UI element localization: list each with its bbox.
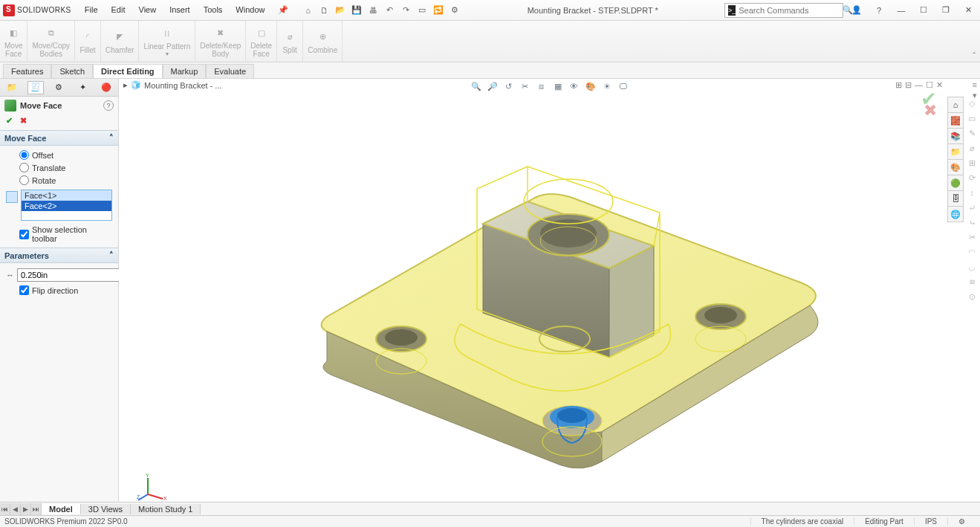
apply-scene-icon[interactable]: ☀: [601, 80, 613, 92]
pm-cancel-button[interactable]: ✖: [20, 116, 27, 126]
display-manager-tab-icon[interactable]: 🔴: [98, 81, 114, 94]
rt-icon[interactable]: ▭: [965, 111, 979, 125]
taskpane-view-palette-icon[interactable]: 🎨: [947, 159, 964, 175]
taskpane-custom-props-icon[interactable]: 🗄: [947, 190, 964, 207]
breadcrumb-text[interactable]: Mounting Bracket - ...: [144, 81, 222, 90]
status-units[interactable]: IPS: [914, 517, 947, 526]
rt-icon[interactable]: ⌀: [965, 141, 979, 155]
previous-view-icon[interactable]: ↺: [503, 80, 515, 92]
select-icon[interactable]: ▭: [416, 4, 428, 16]
ribbon-fillet[interactable]: ◜Fillet: [75, 21, 101, 62]
ribbon-delete-keep-body[interactable]: ✖Delete/Keep Body: [195, 21, 246, 62]
help-icon[interactable]: ?: [870, 3, 888, 18]
radio-offset[interactable]: Offset: [6, 149, 112, 161]
maximize-button[interactable]: ☐: [915, 3, 932, 18]
taskpane-design-library-icon[interactable]: 📚: [947, 128, 964, 144]
pm-ok-button[interactable]: ✔: [6, 116, 13, 126]
menu-pin-icon[interactable]: 📌: [272, 3, 294, 17]
face-selection-list[interactable]: Face<1> Face<2>: [21, 190, 112, 221]
hide-show-icon[interactable]: 👁: [568, 80, 580, 92]
rt-icon[interactable]: ⊙: [965, 290, 979, 303]
bottom-tab-model[interactable]: Model: [42, 504, 81, 514]
rt-icon[interactable]: ◠: [965, 245, 979, 259]
property-manager-tab-icon[interactable]: 🧾: [27, 81, 44, 94]
print-icon[interactable]: 🖶: [367, 4, 379, 16]
rt-icon[interactable]: ⤾: [965, 201, 979, 214]
section-view-icon[interactable]: ✂: [519, 80, 531, 92]
breadcrumb-expand-icon[interactable]: ▸: [123, 80, 128, 90]
rt-icon[interactable]: ≋: [965, 275, 979, 288]
options-icon[interactable]: ⚙: [449, 4, 461, 16]
tab-features[interactable]: Features: [3, 64, 51, 78]
pm-help-icon[interactable]: ?: [103, 100, 114, 111]
redo-icon[interactable]: ↷: [400, 4, 412, 16]
close-button[interactable]: ✕: [959, 3, 977, 18]
bottom-tab-3dviews[interactable]: 3D Views: [81, 504, 131, 514]
viewport-btn[interactable]: ☐: [926, 80, 933, 90]
bottom-tab-motion[interactable]: Motion Study 1: [131, 504, 201, 514]
distance-input[interactable]: [17, 268, 127, 282]
ribbon-delete-face[interactable]: ▢Delete Face: [246, 21, 277, 62]
orientation-triad[interactable]: Y X Z: [137, 472, 166, 502]
tab-direct-editing[interactable]: Direct Editing: [93, 64, 163, 78]
edit-appearance-icon[interactable]: 🎨: [585, 80, 597, 92]
radio-translate[interactable]: Translate: [6, 161, 112, 174]
search-input[interactable]: [739, 6, 841, 15]
save-icon[interactable]: 💾: [351, 4, 363, 16]
ribbon-move-face[interactable]: ◧Move Face: [0, 21, 27, 62]
ribbon-split[interactable]: ⌀Split: [277, 21, 303, 62]
minimize-button[interactable]: —: [892, 3, 910, 18]
check-flip-direction[interactable]: Flip direction: [6, 284, 112, 297]
section-parameters-header[interactable]: Parameters ˄: [0, 248, 118, 263]
viewport-dd-icon[interactable]: ▾: [973, 91, 977, 100]
viewport-btn[interactable]: ✕: [936, 80, 943, 90]
menu-file[interactable]: File: [79, 3, 104, 17]
rt-icon[interactable]: ⤿: [965, 216, 979, 229]
ribbon-chamfer[interactable]: ◤Chamfer: [101, 21, 139, 62]
menu-edit[interactable]: Edit: [106, 3, 132, 17]
ribbon-linear-pattern[interactable]: ⁞⁞Linear Pattern▾: [139, 21, 195, 62]
section-move-face-header[interactable]: Move Face ˄: [0, 130, 118, 146]
rt-icon[interactable]: ⊞: [965, 156, 979, 169]
breadcrumb[interactable]: ▸ 🧊 Mounting Bracket - ...: [123, 80, 222, 90]
ribbon-collapse-icon[interactable]: ˆ: [973, 51, 976, 60]
tab-markup[interactable]: Markup: [163, 64, 207, 78]
menu-insert[interactable]: Insert: [163, 3, 196, 17]
rt-icon[interactable]: ✎: [965, 126, 979, 140]
ribbon-combine[interactable]: ⊕Combine: [303, 21, 343, 62]
graphics-area[interactable]: ▸ 🧊 Mounting Bracket - ... 🔍 🔎 ↺ ✂ ⧇ ▦ 👁…: [119, 79, 980, 511]
viewport-btn[interactable]: ⊞: [895, 80, 902, 90]
nav-first-icon[interactable]: ⏮: [0, 503, 10, 515]
rt-icon[interactable]: ◡: [965, 260, 979, 274]
menu-tools[interactable]: Tools: [198, 3, 229, 17]
nav-last-icon[interactable]: ⏭: [31, 503, 42, 515]
display-style-icon[interactable]: ▦: [552, 80, 564, 92]
rt-icon[interactable]: ⟳: [965, 171, 979, 184]
face-item-2[interactable]: Face<2>: [22, 201, 111, 211]
rebuild-icon[interactable]: 🔁: [432, 4, 444, 16]
dimxpert-tab-icon[interactable]: ✦: [74, 81, 91, 94]
config-manager-tab-icon[interactable]: ⚙: [51, 81, 67, 94]
nav-next-icon[interactable]: ▶: [21, 503, 31, 515]
radio-rotate[interactable]: Rotate: [6, 174, 112, 187]
status-extra-icon[interactable]: ⚙: [947, 517, 976, 526]
taskpane-resources-icon[interactable]: 🧱: [947, 112, 964, 129]
taskpane-appearances-icon[interactable]: 🟢: [947, 175, 964, 191]
menu-window[interactable]: Window: [230, 3, 270, 17]
user-icon[interactable]: 👤: [848, 3, 866, 18]
zoom-area-icon[interactable]: 🔎: [487, 80, 499, 92]
taskpane-home-icon[interactable]: ⌂: [947, 97, 964, 113]
home-icon[interactable]: ⌂: [302, 4, 314, 16]
taskpane-file-explorer-icon[interactable]: 📁: [947, 143, 964, 160]
check-show-selection-toolbar[interactable]: Show selection toolbar: [6, 224, 112, 245]
feature-manager-tab-icon[interactable]: 📁: [4, 81, 20, 94]
new-icon[interactable]: 🗋: [318, 4, 330, 16]
menu-view[interactable]: View: [133, 3, 163, 17]
zoom-fit-icon[interactable]: 🔍: [470, 80, 482, 92]
confirm-cancel-icon[interactable]: ✖: [924, 101, 937, 120]
viewport-btn[interactable]: ⊟: [905, 80, 912, 90]
rt-icon[interactable]: ✂: [965, 230, 979, 244]
search-commands[interactable]: >_ 🔍 ▾: [724, 3, 843, 18]
nav-prev-icon[interactable]: ◀: [10, 503, 21, 515]
tab-evaluate[interactable]: Evaluate: [206, 64, 254, 78]
